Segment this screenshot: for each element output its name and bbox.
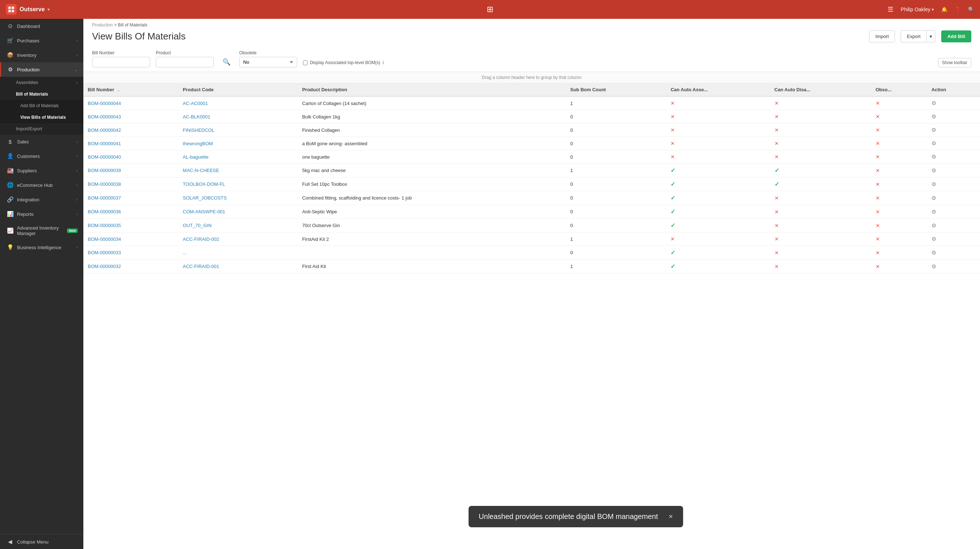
cell-action[interactable]: ⚙ [927, 150, 980, 164]
cell-product-code[interactable]: ... [178, 246, 298, 260]
obsolete-select[interactable]: No Yes All [239, 57, 297, 67]
action-gear-icon[interactable]: ⚙ [931, 263, 936, 270]
action-gear-icon[interactable]: ⚙ [931, 222, 936, 228]
col-can-auto-disassemble[interactable]: Can Auto Disa... [770, 83, 871, 96]
cell-bill-number[interactable]: BOM-00000037 [83, 191, 178, 205]
col-product-description[interactable]: Product Description [298, 83, 566, 96]
search-icon[interactable]: 🔍 [968, 6, 974, 12]
sidebar-item-add-bom[interactable]: Add Bill of Materials [0, 100, 83, 111]
action-gear-icon[interactable]: ⚙ [931, 249, 936, 255]
col-can-auto-assemble[interactable]: Can Auto Asse... [666, 83, 770, 96]
action-gear-icon[interactable]: ⚙ [931, 127, 936, 133]
import-button[interactable]: Import [869, 30, 895, 42]
col-sub-bom-count[interactable]: Sub Bom Count [566, 83, 666, 96]
cell-product-code[interactable]: AL-baguette [178, 150, 298, 164]
export-dropdown-button[interactable]: ▾ [926, 30, 935, 42]
add-bill-button[interactable]: Add Bill [941, 30, 971, 42]
sidebar-item-suppliers[interactable]: 🏭 Suppliers › [0, 163, 83, 178]
col-product-code[interactable]: Product Code [178, 83, 298, 96]
cell-bill-number[interactable]: BOM-00000036 [83, 205, 178, 219]
cell-product-code[interactable]: COM-ANSWPE-001 [178, 205, 298, 219]
col-action[interactable]: Action [927, 83, 980, 96]
cell-action[interactable]: ⚙ [927, 137, 980, 150]
action-gear-icon[interactable]: ⚙ [931, 113, 936, 119]
sidebar-item-ecommerce[interactable]: 🌐 eCommerce Hub › [0, 178, 83, 192]
cell-bill-number[interactable]: BOM-00000042 [83, 124, 178, 137]
sidebar-item-dashboard[interactable]: ⊙ Dashboard [0, 19, 83, 33]
cell-bill-number[interactable]: BOM-00000039 [83, 164, 178, 178]
action-gear-icon[interactable]: ⚙ [931, 195, 936, 201]
cell-action[interactable]: ⚙ [927, 191, 980, 205]
cell-action[interactable]: ⚙ [927, 164, 980, 178]
cell-action[interactable]: ⚙ [927, 124, 980, 137]
cell-product-code[interactable]: ACC-FIRAID-002 [178, 233, 298, 246]
cell-bill-number[interactable]: BOM-00000044 [83, 96, 178, 110]
action-gear-icon[interactable]: ⚙ [931, 209, 936, 215]
action-gear-icon[interactable]: ⚙ [931, 100, 936, 106]
sidebar-item-import-export[interactable]: Import/Export [0, 123, 83, 135]
cell-action[interactable]: ⚙ [927, 205, 980, 219]
cell-action[interactable]: ⚙ [927, 233, 980, 246]
cell-bill-number[interactable]: BOM-00000032 [83, 260, 178, 273]
sidebar-item-collapse[interactable]: ◀ Collapse Menu [0, 535, 83, 549]
toast-close-button[interactable]: ✕ [668, 513, 673, 520]
action-gear-icon[interactable]: ⚙ [931, 154, 936, 160]
cell-action[interactable]: ⚙ [927, 178, 980, 191]
cell-bill-number[interactable]: BOM-00000040 [83, 150, 178, 164]
cell-product-code[interactable]: AC-AC0001 [178, 96, 298, 110]
sidebar-item-reports[interactable]: 📊 Reports › [0, 207, 83, 221]
sidebar-item-production[interactable]: ⚙ Production ⌄ [0, 62, 83, 77]
cell-action[interactable]: ⚙ [927, 110, 980, 124]
cell-action[interactable]: ⚙ [927, 219, 980, 233]
action-gear-icon[interactable]: ⚙ [931, 181, 936, 187]
cell-bill-number[interactable]: BOM-00000033 [83, 246, 178, 260]
export-button[interactable]: Export [900, 30, 926, 42]
user-menu[interactable]: Philip Oakley ▾ [900, 6, 934, 12]
cell-product-code[interactable]: thewrongBOM [178, 137, 298, 150]
cell-bill-number[interactable]: BOM-00000041 [83, 137, 178, 150]
notification-icon[interactable]: 🔔 [941, 6, 947, 12]
cell-bill-number[interactable]: BOM-00000038 [83, 178, 178, 191]
cell-product-code[interactable]: MAC-N-CHEESE [178, 164, 298, 178]
display-associated-checkbox[interactable] [303, 60, 308, 65]
cell-product-code[interactable]: TOOLBOX-DOM-FL [178, 178, 298, 191]
sidebar-item-sales[interactable]: $ Sales › [0, 135, 83, 149]
grid-apps-icon[interactable]: ⊞ [487, 5, 493, 14]
help-icon[interactable]: ❓ [955, 6, 961, 12]
bill-number-label: Bill Number [92, 50, 150, 56]
product-input[interactable] [156, 57, 214, 67]
action-gear-icon[interactable]: ⚙ [931, 140, 936, 146]
sidebar-item-integration[interactable]: 🔗 Integration › [0, 192, 83, 207]
breadcrumb-production[interactable]: Production [92, 22, 113, 27]
sidebar-item-assemblies[interactable]: Assemblies › [0, 77, 83, 88]
cell-product-code[interactable]: FINISHEDCOL [178, 124, 298, 137]
sidebar-item-bom[interactable]: Bill of Materials [0, 88, 83, 100]
action-gear-icon[interactable]: ⚙ [931, 167, 936, 173]
col-bill-number[interactable]: Bill Number ⌄ [83, 83, 178, 96]
cell-bill-number[interactable]: BOM-00000043 [83, 110, 178, 124]
sidebar-item-purchases[interactable]: 🛒 Purchases › [0, 33, 83, 48]
cell-product-code[interactable]: SOLAR_JOBCOSTS [178, 191, 298, 205]
cell-can-auto-disassemble: ✕ [770, 124, 871, 137]
sidebar-item-view-bom[interactable]: View Bills of Materials [0, 111, 83, 123]
cell-bill-number[interactable]: BOM-00000035 [83, 219, 178, 233]
cell-product-code[interactable]: AC-BLK0001 [178, 110, 298, 124]
app-logo[interactable]: Outserve ▾ [6, 4, 50, 15]
search-button[interactable]: 🔍 [220, 57, 234, 67]
sidebar-item-inventory[interactable]: 📦 Inventory › [0, 48, 83, 62]
sidebar-item-customers[interactable]: 👤 Customers › [0, 149, 83, 163]
cell-bill-number[interactable]: BOM-00000034 [83, 233, 178, 246]
sidebar-item-adv-inventory[interactable]: 📈 Advanced Inventory Manager New [0, 221, 83, 240]
x-icon: ✕ [775, 250, 779, 255]
show-toolbar-button[interactable]: Show toolbar [938, 58, 971, 67]
col-obsolete[interactable]: Obso... [871, 83, 927, 96]
bill-number-input[interactable] [92, 57, 150, 67]
action-gear-icon[interactable]: ⚙ [931, 236, 936, 242]
cell-product-code[interactable]: ACC-FIRAID-001 [178, 260, 298, 273]
cell-action[interactable]: ⚙ [927, 96, 980, 110]
sidebar-item-business-intel[interactable]: 💡 Business Intelligence › [0, 240, 83, 255]
cell-action[interactable]: ⚙ [927, 260, 980, 273]
cell-action[interactable]: ⚙ [927, 246, 980, 260]
menu-icon[interactable]: ☰ [888, 5, 893, 13]
cell-product-code[interactable]: OUT_70_GIN [178, 219, 298, 233]
